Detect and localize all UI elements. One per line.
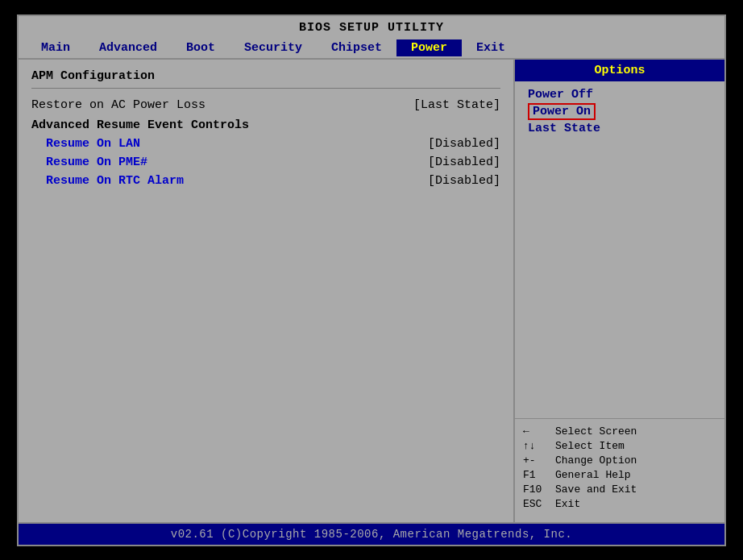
help-desc-1: Select Item [555, 440, 625, 452]
pme-value: [Disabled] [428, 156, 500, 169]
help-desc-4: Save and Exit [555, 483, 637, 496]
help-desc-3: General Help [555, 469, 631, 481]
help-desc-2: Change Option [555, 454, 637, 467]
options-list: Power Off Power On Last State [515, 81, 724, 418]
option-power-on[interactable]: Power On [528, 103, 596, 120]
right-panel: Options Power Off Power On Last State ← … [515, 60, 724, 522]
help-row-4: F10 Save and Exit [523, 483, 716, 496]
help-key-3: F1 [523, 469, 549, 481]
help-row-0: ← Select Screen [523, 425, 716, 438]
help-row-5: ESC Exit [523, 498, 716, 510]
bios-title: BIOS SETUP UTILITY [19, 16, 724, 38]
rtc-value: [Disabled] [428, 174, 500, 188]
help-key-5: ESC [523, 498, 549, 510]
restore-row[interactable]: Restore on AC Power Loss [Last State] [31, 98, 500, 112]
sub-setting-pme[interactable]: Resume On PME# [Disabled] [31, 156, 500, 169]
sub-setting-lan[interactable]: Resume On LAN [Disabled] [31, 137, 500, 151]
option-power-on-wrap: Power On [528, 103, 712, 120]
footer: v02.61 (C)Copyright 1985-2006, American … [19, 524, 724, 545]
help-desc-5: Exit [555, 498, 580, 510]
options-header: Options [515, 60, 724, 81]
left-panel: APM Configuration Restore on AC Power Lo… [19, 60, 515, 522]
nav-exit[interactable]: Exit [462, 39, 520, 56]
sub-setting-rtc[interactable]: Resume On RTC Alarm [Disabled] [31, 174, 500, 188]
main-content: APM Configuration Restore on AC Power Lo… [19, 58, 724, 524]
nav-main[interactable]: Main [27, 39, 85, 56]
bios-container: BIOS SETUP UTILITY Main Advanced Boot Se… [17, 15, 726, 546]
option-last-state-wrap: Last State [528, 122, 712, 135]
help-row-1: ↑↓ Select Item [523, 440, 716, 452]
pme-label: Resume On PME# [46, 156, 147, 169]
help-row-3: F1 General Help [523, 469, 716, 481]
lan-label: Resume On LAN [46, 137, 140, 151]
nav-boot[interactable]: Boot [172, 39, 230, 56]
nav-chipset[interactable]: Chipset [317, 39, 396, 56]
nav-power[interactable]: Power [396, 39, 462, 56]
help-key-0: ← [523, 425, 549, 438]
help-key-4: F10 [523, 483, 549, 496]
rtc-label: Resume On RTC Alarm [46, 174, 184, 188]
lan-value: [Disabled] [428, 137, 500, 151]
option-last-state[interactable]: Last State [528, 120, 600, 137]
nav-bar: Main Advanced Boot Security Chipset Powe… [19, 38, 724, 58]
help-key-2: +- [523, 454, 549, 467]
restore-label: Restore on AC Power Loss [31, 98, 205, 112]
section-title: APM Configuration [31, 69, 500, 83]
nav-advanced[interactable]: Advanced [85, 39, 172, 56]
divider [31, 88, 500, 89]
help-desc-0: Select Screen [555, 425, 637, 438]
help-key-1: ↑↓ [523, 440, 549, 452]
nav-security[interactable]: Security [230, 39, 317, 56]
subsection-title: Advanced Resume Event Controls [31, 118, 500, 132]
help-row-2: +- Change Option [523, 454, 716, 467]
option-power-off[interactable]: Power Off [528, 86, 593, 103]
option-power-off-wrap: Power Off [528, 88, 712, 102]
help-section: ← Select Screen ↑↓ Select Item +- Change… [515, 418, 724, 522]
restore-value: [Last State] [413, 98, 500, 112]
